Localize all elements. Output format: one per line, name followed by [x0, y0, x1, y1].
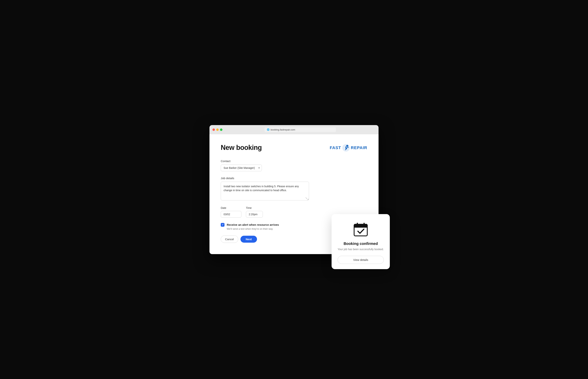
- contact-section: Contact Sue Barker (Site Manager) ▾: [221, 159, 367, 171]
- alert-title: Receive an alert when resource arrives: [227, 223, 279, 226]
- contact-label: Contact: [221, 159, 367, 163]
- date-input[interactable]: [221, 211, 241, 218]
- confirmation-title: Booking confirmed: [344, 241, 378, 246]
- job-details-input[interactable]: Install two new isolator switches in bui…: [221, 182, 309, 200]
- address-bar[interactable]: 🌐 booking.fastrepair.com: [265, 127, 336, 132]
- date-label: Date: [221, 206, 241, 209]
- browser-content: New booking FAST: [209, 134, 379, 254]
- brand-logo: FAST: [330, 144, 367, 152]
- browser-window: 🌐 booking.fastrepair.com New booking FAS…: [209, 125, 379, 254]
- date-group: Date: [221, 206, 241, 218]
- close-button[interactable]: [212, 128, 215, 131]
- rocket-icon: [342, 144, 350, 152]
- time-input[interactable]: [246, 211, 263, 218]
- maximize-button[interactable]: [220, 128, 222, 131]
- page-header: New booking FAST: [221, 144, 367, 152]
- alert-checkbox[interactable]: ✓: [221, 223, 224, 227]
- checkmark-icon: ✓: [222, 223, 224, 226]
- svg-rect-6: [354, 226, 367, 228]
- logo-text-fast: FAST: [330, 145, 341, 150]
- calendar-check-icon: [352, 221, 369, 238]
- traffic-lights: [212, 128, 222, 131]
- contact-select-wrapper: Sue Barker (Site Manager) ▾: [221, 165, 262, 171]
- textarea-container: Install two new isolator switches in bui…: [221, 182, 309, 201]
- time-label: Time: [246, 206, 263, 209]
- globe-icon: 🌐: [267, 128, 270, 131]
- contact-select[interactable]: Sue Barker (Site Manager): [221, 165, 262, 171]
- view-details-button[interactable]: View details: [338, 256, 384, 264]
- logo-text-repair: REPAIR: [351, 145, 367, 150]
- confirmation-card: Booking confirmed Your job has been succ…: [332, 214, 390, 269]
- svg-rect-8: [364, 223, 365, 226]
- next-button[interactable]: Next: [240, 236, 257, 243]
- job-details-section: Job details Install two new isolator swi…: [221, 176, 367, 201]
- page-title: New booking: [221, 144, 262, 152]
- browser-chrome: 🌐 booking.fastrepair.com: [209, 125, 379, 134]
- confirmation-subtitle: Your job has been successfully booked.: [338, 247, 384, 251]
- svg-rect-7: [357, 223, 358, 226]
- job-details-label: Job details: [221, 176, 367, 180]
- cancel-button[interactable]: Cancel: [221, 236, 238, 243]
- time-group: Time: [246, 206, 263, 218]
- minimize-button[interactable]: [216, 128, 219, 131]
- url-text: booking.fastrepair.com: [271, 128, 295, 131]
